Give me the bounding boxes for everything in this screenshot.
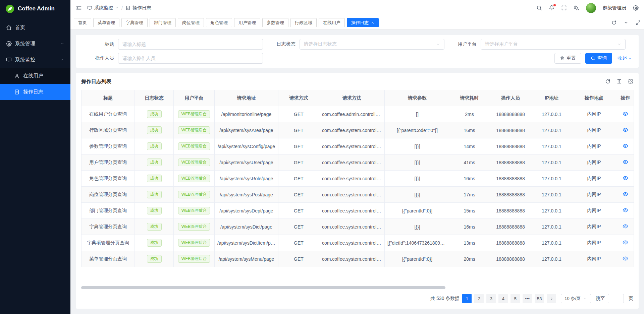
chevron-right-icon bbox=[550, 297, 553, 301]
field-label: 操作人员 bbox=[83, 55, 118, 61]
sidebar-item-online-users[interactable]: 在线用户 bbox=[0, 68, 70, 84]
log-status-select[interactable]: 请选择日志状态 bbox=[300, 39, 444, 50]
bell-icon[interactable] bbox=[549, 5, 554, 11]
cell-operator: 18888888888 bbox=[489, 203, 532, 219]
search-icon[interactable] bbox=[536, 5, 542, 11]
cell-func: com.coffee.system.controlle... bbox=[319, 187, 385, 203]
cell-platform: WEB管理后台 bbox=[174, 235, 215, 251]
column-header: 请求方法 bbox=[319, 90, 385, 106]
sidebar-collapse-icon[interactable] bbox=[76, 5, 82, 11]
cell-platform: WEB管理后台 bbox=[174, 203, 215, 219]
status-tag: 成功 bbox=[147, 175, 162, 183]
tabs-bar: 首页菜单管理字典管理部门管理岗位管理角色管理用户管理参数管理行政区域在线用户操作… bbox=[70, 16, 644, 29]
search-button[interactable]: 查询 bbox=[585, 53, 612, 64]
tab-label: 部门管理 bbox=[154, 20, 171, 26]
table-settings-icon[interactable] bbox=[628, 79, 633, 84]
chevron-down-icon[interactable] bbox=[620, 16, 632, 29]
sidebar-item-label: 系统管理 bbox=[15, 41, 35, 47]
fullscreen-icon[interactable] bbox=[561, 5, 567, 11]
page-size-select[interactable]: 10 条/页 bbox=[561, 294, 591, 303]
page-button[interactable]: 1 bbox=[462, 294, 472, 303]
cell-title: 参数管理分页查询 bbox=[82, 138, 135, 154]
topbar: 系统监控 / 操作日志 超级管理员 bbox=[70, 0, 644, 16]
tab-label: 用户管理 bbox=[238, 20, 256, 26]
cell-platform: WEB管理后台 bbox=[174, 171, 215, 187]
cell-actions bbox=[617, 171, 634, 187]
column-header: 请求参数 bbox=[385, 90, 450, 106]
expand-icon[interactable] bbox=[632, 16, 644, 29]
page-button[interactable]: 3 bbox=[486, 294, 496, 303]
column-height-icon[interactable] bbox=[616, 79, 622, 84]
tab-item[interactable]: 参数管理 bbox=[262, 18, 288, 27]
refresh-icon[interactable] bbox=[608, 16, 620, 29]
title-input-field[interactable] bbox=[122, 42, 259, 47]
status-tag: 成功 bbox=[147, 159, 162, 167]
tab-item[interactable]: 岗位管理 bbox=[178, 18, 204, 27]
cell-actions bbox=[617, 154, 634, 171]
cell-operator: 18888888888 bbox=[489, 187, 532, 203]
cell-title: 角色管理分页查询 bbox=[82, 171, 135, 187]
horizontal-scrollbar[interactable] bbox=[81, 286, 633, 289]
username[interactable]: 超级管理员 bbox=[603, 5, 626, 11]
view-detail-eye-icon[interactable] bbox=[623, 111, 628, 117]
cell-func: com.coffee.system.controlle... bbox=[319, 122, 385, 138]
translate-icon[interactable] bbox=[574, 5, 579, 11]
tabbar-actions bbox=[608, 16, 644, 29]
page-ellipsis-button[interactable]: ••• bbox=[523, 294, 532, 303]
cell-status: 成功 bbox=[135, 219, 174, 235]
tab-item[interactable]: 字典管理 bbox=[121, 18, 148, 27]
breadcrumb-item-operation-log[interactable]: 操作日志 bbox=[125, 5, 151, 11]
sidebar-item-operation-log[interactable]: 操作日志 bbox=[0, 84, 70, 100]
chevron-down-icon bbox=[617, 42, 621, 46]
cell-duration: 17ms bbox=[450, 187, 489, 203]
view-detail-eye-icon[interactable] bbox=[623, 240, 628, 245]
settings-gear-icon[interactable] bbox=[633, 5, 639, 11]
cell-location: 内网IP bbox=[571, 138, 617, 154]
collapse-filter-link[interactable]: 收起 bbox=[618, 55, 632, 61]
tab-item[interactable]: 在线用户 bbox=[319, 18, 345, 27]
tab-item[interactable]: 角色管理 bbox=[206, 18, 232, 27]
view-detail-eye-icon[interactable] bbox=[623, 224, 628, 229]
tab-item[interactable]: 部门管理 bbox=[150, 18, 176, 27]
view-detail-eye-icon[interactable] bbox=[623, 127, 628, 133]
view-detail-eye-icon[interactable] bbox=[623, 191, 628, 197]
view-detail-eye-icon[interactable] bbox=[623, 159, 628, 165]
operator-input-field[interactable] bbox=[122, 56, 259, 61]
scrollbar-thumb[interactable] bbox=[81, 286, 445, 289]
cell-method: GET bbox=[278, 203, 319, 219]
page-button[interactable]: 5 bbox=[511, 294, 520, 303]
cell-status: 成功 bbox=[135, 154, 174, 171]
operator-input[interactable] bbox=[118, 53, 263, 64]
cell-platform: WEB管理后台 bbox=[174, 122, 215, 138]
app-logo: Coffee Admin bbox=[0, 0, 70, 17]
tab-item[interactable]: 菜单管理 bbox=[93, 18, 119, 27]
page-button[interactable]: 2 bbox=[474, 294, 484, 303]
cell-ip: 127.0.0.1 bbox=[532, 187, 571, 203]
jump-page-input[interactable] bbox=[608, 294, 624, 303]
tab-item[interactable]: 行政区域 bbox=[290, 18, 317, 27]
sidebar-item-system-management[interactable]: 系统管理 bbox=[0, 36, 70, 52]
page-button[interactable]: 4 bbox=[498, 294, 508, 303]
tab-item[interactable]: 首页 bbox=[74, 18, 91, 27]
user-icon bbox=[14, 73, 20, 79]
column-header: 标题 bbox=[82, 90, 135, 106]
sidebar-item-home[interactable]: 首页 bbox=[0, 19, 70, 36]
reset-button[interactable]: 重置 bbox=[554, 53, 581, 64]
view-detail-eye-icon[interactable] bbox=[623, 207, 628, 213]
view-detail-eye-icon[interactable] bbox=[623, 256, 628, 261]
view-detail-eye-icon[interactable] bbox=[623, 143, 628, 149]
refresh-icon[interactable] bbox=[605, 79, 610, 84]
user-platform-select[interactable]: 请选择用户平台 bbox=[481, 39, 626, 50]
title-input[interactable] bbox=[118, 39, 263, 50]
tab-item[interactable]: 用户管理 bbox=[234, 18, 260, 27]
platform-tag: WEB管理后台 bbox=[178, 255, 210, 263]
next-page-button[interactable] bbox=[547, 294, 556, 303]
view-detail-eye-icon[interactable] bbox=[623, 175, 628, 181]
page-button[interactable]: 53 bbox=[535, 294, 544, 303]
avatar[interactable] bbox=[586, 3, 596, 13]
sidebar-item-system-monitor[interactable]: 系统监控 bbox=[0, 52, 70, 68]
cell-url: /api/system/sysMenu/page bbox=[215, 251, 278, 267]
tab-item[interactable]: 操作日志 bbox=[347, 18, 379, 27]
breadcrumb-item-system-monitor[interactable]: 系统监控 bbox=[87, 5, 119, 11]
tab-close-icon[interactable] bbox=[371, 21, 374, 24]
